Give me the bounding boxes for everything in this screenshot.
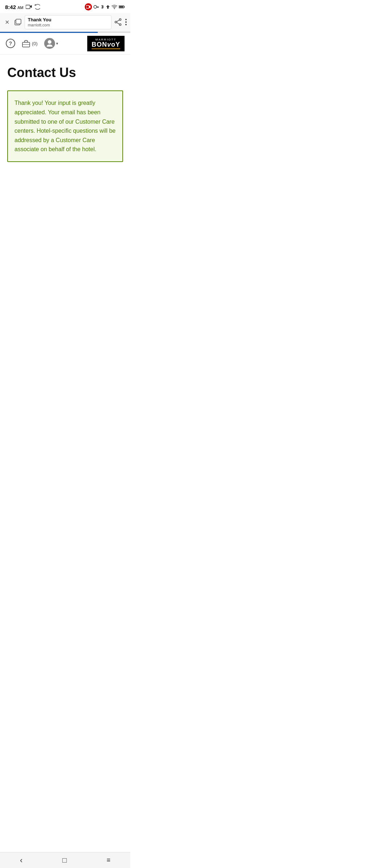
user-chevron-icon: ▾ [56, 41, 58, 46]
status-time: 8:42 AM [5, 4, 24, 10]
svg-point-20 [125, 24, 127, 25]
more-options-button[interactable] [125, 18, 127, 26]
page-heading: Contact Us [7, 65, 123, 80]
help-button[interactable]: ? [6, 39, 15, 48]
signal-icon [106, 4, 110, 9]
bonvoy-text: BONvoY [92, 41, 120, 48]
svg-rect-0 [26, 5, 30, 9]
browser-chrome: × Thank You marriott.com [0, 13, 130, 32]
wifi-icon [112, 5, 117, 9]
time-value: 8:42 [5, 4, 16, 10]
svg-line-17 [117, 20, 119, 22]
page-title-in-bar: Thank You [28, 17, 108, 23]
browser-actions [114, 18, 127, 26]
success-message-box: Thank you! Your input is greatly appreci… [7, 90, 123, 162]
recording-icon [85, 3, 92, 10]
camera-icon [26, 4, 32, 9]
svg-point-18 [125, 19, 127, 20]
svg-point-15 [119, 24, 121, 26]
bonvoy-underline-accent [92, 48, 120, 49]
svg-point-8 [114, 8, 115, 9]
user-menu-button[interactable]: ▾ [44, 38, 58, 49]
svg-line-16 [117, 23, 119, 25]
time-ampm: AM [17, 5, 24, 10]
svg-point-13 [119, 19, 121, 21]
share-button[interactable] [114, 18, 122, 26]
main-content: Contact Us Thank you! Your input is grea… [0, 55, 130, 184]
bluetooth-icon [101, 4, 104, 9]
site-nav: ? (0) ▾ MARRIOTT BONvoY [0, 33, 130, 55]
svg-rect-12 [16, 19, 21, 24]
user-avatar [44, 38, 55, 49]
progress-fill [0, 32, 98, 33]
browser-url-bar[interactable]: Thank You marriott.com [25, 15, 112, 29]
browser-tabs-button[interactable] [14, 18, 22, 26]
rotate-icon [34, 4, 41, 10]
url-display: marriott.com [28, 23, 108, 27]
nav-left-section: ? (0) ▾ [6, 38, 58, 49]
status-bar-right [85, 3, 125, 10]
key-icon [93, 4, 99, 9]
browser-close-button[interactable]: × [4, 17, 11, 27]
svg-rect-10 [119, 6, 123, 8]
status-bar-left: 8:42 AM [5, 4, 41, 10]
battery-icon [119, 5, 125, 9]
svg-point-14 [115, 21, 117, 23]
page-load-progress [0, 32, 130, 33]
svg-point-19 [125, 21, 127, 23]
trips-button[interactable]: (0) [22, 39, 38, 47]
trips-icon [22, 39, 30, 47]
svg-point-23 [48, 40, 51, 44]
success-message-text: Thank you! Your input is greatly appreci… [14, 98, 116, 154]
svg-point-4 [94, 5, 97, 8]
status-bar: 8:42 AM [0, 0, 130, 13]
marriott-bonvoy-logo[interactable]: MARRIOTT BONvoY [87, 36, 125, 51]
svg-rect-2 [86, 5, 89, 8]
trips-count: (0) [32, 41, 38, 46]
